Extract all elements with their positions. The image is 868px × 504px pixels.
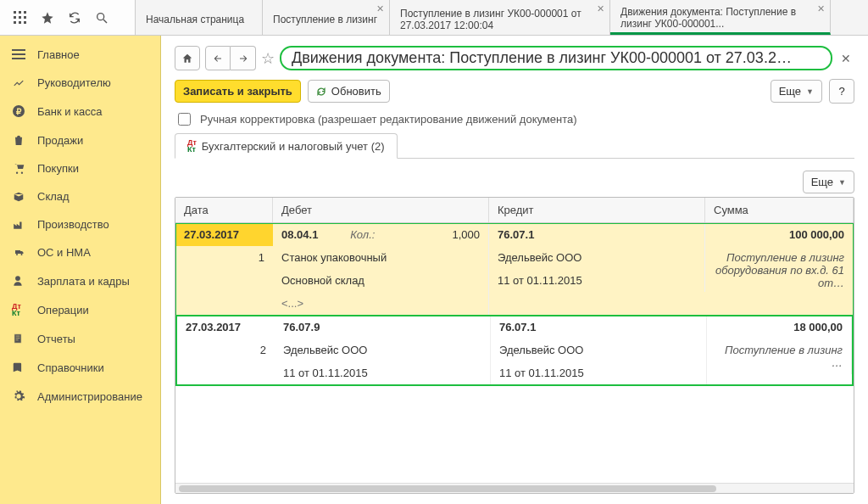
tab-close-icon[interactable]: ✕ [597,3,604,14]
save-close-button[interactable]: Записать и закрыть [175,80,301,103]
col-date[interactable]: Дата [175,198,273,222]
sidebar-item-label: Главное [37,48,80,61]
svg-rect-5 [24,16,26,19]
debit-account: 76.07.9 [283,321,320,333]
entry-date: 27.03.2017 [177,316,275,339]
svg-text:₽: ₽ [16,107,22,116]
main-tab-2[interactable]: Поступление в лизинг УК00-000001 от 27.0… [390,0,610,35]
horizontal-scrollbar[interactable] [175,483,854,493]
favorite-star-icon[interactable]: ☆ [261,49,275,68]
table-more-button[interactable]: Еще ▼ [803,171,854,193]
help-button[interactable]: ? [829,79,854,104]
more-button[interactable]: Еще ▼ [771,80,822,103]
entry-sum: 18 000,00 [707,316,852,339]
search-icon[interactable] [95,11,108,25]
col-credit[interactable]: Кредит [489,198,705,222]
sidebar-item-label: Банк и касса [37,105,103,118]
svg-rect-1 [19,11,21,14]
sidebar-item-4[interactable]: Покупки [0,154,160,182]
sidebar-item-label: Операции [37,304,89,316]
star-icon[interactable] [41,11,54,25]
more-label: Еще [779,85,801,98]
table-row[interactable]: 27.03.2017108.04.1Кол.:1,000Станок упако… [175,223,854,316]
report-icon [12,332,27,345]
debit-line: Эдельвейс ООО [275,339,491,361]
col-sum[interactable]: Сумма [705,198,854,222]
tab-close-icon[interactable]: ✕ [817,3,825,14]
sidebar-item-label: Продажи [37,134,83,147]
debit-line: Станок упаковочный [273,246,489,269]
credit-line: 11 от 01.11.2015 [491,361,707,384]
svg-line-10 [103,20,107,23]
col-debit[interactable]: Дебет [273,198,489,222]
forward-button[interactable] [231,46,256,70]
sidebar-item-12[interactable]: Администрирование [0,382,160,411]
refresh-label: Обновить [331,85,381,98]
sidebar-item-1[interactable]: Руководителю [0,69,160,97]
chart-icon [12,77,27,89]
tab-label: Движения документа: Поступление в лизинг… [620,6,820,30]
history-icon[interactable] [68,11,81,25]
manual-correction-row: Ручная корректировка (разрешает редактир… [175,110,854,128]
cart-icon [12,163,27,175]
home-button[interactable] [175,46,200,70]
box-icon [12,191,27,203]
table-row[interactable]: 27.03.2017276.07.9Эдельвейс ООО11 от 01.… [175,316,854,386]
book-icon [12,361,27,374]
entry-sum: 100 000,00 [705,223,854,246]
svg-rect-7 [19,21,21,24]
entry-date: 27.03.2017 [175,223,273,246]
sidebar-item-9[interactable]: ДтКтОперации [0,295,160,324]
credit-line: Эдельвейс ООО [491,339,707,361]
sidebar-item-5[interactable]: Склад [0,182,160,210]
truck-icon [12,248,27,258]
entry-number: 1 [175,246,273,269]
accounting-tab[interactable]: ДтКт Бухгалтерский и налоговый учет (2) [175,133,398,159]
entry-number: 2 [177,339,275,361]
sidebar-item-3[interactable]: Продажи [0,126,160,154]
sidebar-item-8[interactable]: Зарплата и кадры [0,266,160,295]
bag-icon [12,133,27,147]
tab-label: Поступление в лизинг УК00-000001 от 27.0… [400,8,599,31]
credit-account: 76.07.1 [489,223,705,246]
sidebar-item-2[interactable]: ₽Банк и касса [0,97,160,126]
sidebar-item-label: ОС и НМА [37,246,91,259]
manual-correction-label: Ручная корректировка (разрешает редактир… [200,113,577,126]
debit-line: Основной склад [273,269,489,292]
sidebar-item-6[interactable]: Производство [0,210,160,238]
tab-label: Начальная страница [146,14,244,25]
dtk-icon: ДтКт [12,303,27,316]
debit-qty-label: Кол.: [350,228,397,241]
sidebar-item-0[interactable]: Главное [0,41,160,69]
svg-rect-4 [19,16,21,19]
svg-rect-0 [14,11,16,14]
ruble-icon: ₽ [12,104,27,118]
sidebar-item-11[interactable]: Справочники [0,353,160,382]
entry-note: Поступление в лизинг … [707,339,852,374]
svg-rect-11 [12,49,25,51]
refresh-button[interactable]: Обновить [308,80,390,103]
sidebar-item-10[interactable]: Отчеты [0,324,160,353]
entries-table: Дата Дебет Кредит Сумма 27.03.2017108.04… [175,197,854,494]
main-tab-0[interactable]: Начальная страница [136,0,263,35]
credit-line: Эдельвейс ООО [489,246,705,269]
tab-close-icon[interactable]: ✕ [376,3,384,14]
svg-rect-3 [14,16,16,19]
close-button[interactable]: ✕ [837,52,854,65]
sidebar-item-label: Отчеты [37,333,75,345]
main-tab-3[interactable]: Движения документа: Поступление в лизинг… [610,0,831,35]
tab-label: Поступление в лизинг [273,14,377,25]
gear-icon [12,389,27,403]
sidebar-item-7[interactable]: ОС и НМА [0,238,160,266]
svg-rect-2 [24,11,26,14]
debit-line: <...> [273,292,489,315]
apps-icon[interactable] [14,11,27,25]
credit-line: 11 от 01.11.2015 [489,269,705,292]
accounting-tab-label: Бухгалтерский и налоговый учет (2) [202,140,385,153]
back-button[interactable] [205,46,231,70]
svg-rect-13 [12,58,25,59]
main-tab-1[interactable]: Поступление в лизинг✕ [263,0,390,35]
manual-correction-checkbox[interactable] [178,113,191,126]
sidebar-item-label: Администрирование [37,390,142,403]
entry-note: Поступление в лизинг оборудования по вх.… [705,246,854,294]
